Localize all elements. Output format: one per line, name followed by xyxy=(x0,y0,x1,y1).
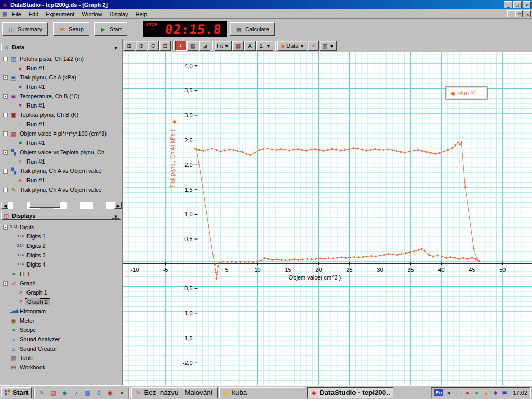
menu-experiment[interactable]: Experiment xyxy=(42,10,78,18)
maximize-button[interactable]: □ xyxy=(513,1,522,8)
expand-toggle[interactable]: - xyxy=(3,94,8,99)
slope-tool-button[interactable]: ◢ xyxy=(199,41,210,51)
tray-yellow-icon[interactable]: ▲ xyxy=(482,390,490,396)
display-item-graph-1[interactable]: ↗Graph 1 xyxy=(1,288,122,297)
statistics-menu-button[interactable]: Σ ▾ xyxy=(256,41,273,51)
displays-panel-dropdown-button[interactable]: ▾ xyxy=(112,212,119,219)
ie-button[interactable]: e xyxy=(94,388,104,398)
expand-toggle[interactable]: - xyxy=(3,131,8,136)
display-item-digits-3[interactable]: 3.14Digits 3 xyxy=(1,250,122,260)
calculator-tool-button[interactable]: ▦ xyxy=(232,41,244,51)
child-minimize-button[interactable]: _ xyxy=(507,10,514,17)
display-item-histogram[interactable]: ▂▅▇Histogram xyxy=(1,307,122,316)
menu-edit[interactable]: Edit xyxy=(25,10,42,18)
ql-sound-button[interactable]: ♪ xyxy=(71,388,81,398)
ql-red-button[interactable]: ◉ xyxy=(105,388,115,398)
run-item[interactable]: +Run #1 xyxy=(1,119,122,129)
child-close-button[interactable]: × xyxy=(524,10,531,17)
data-item-tlak-plynu-ch-a-vs-objem-valce[interactable]: -✎Tlak plynu, Ch A vs Objem valce xyxy=(1,185,122,194)
data-menu-button[interactable]: ◆ Data ▾ xyxy=(277,41,307,51)
start-menu-button[interactable]: Start xyxy=(1,387,32,398)
setup-button[interactable]: ▤ Setup xyxy=(53,22,89,36)
data-item-poloha-pistu-ch-1-2-m[interactable]: -▥Poloha pistu, Ch 1&2 (m) xyxy=(1,54,122,63)
tray-blue-icon[interactable]: ▣ xyxy=(500,389,509,396)
ql-doc-button[interactable]: ▤ xyxy=(48,388,58,398)
run-item[interactable]: ▲Run #1 xyxy=(1,63,122,73)
menu-help[interactable]: Help xyxy=(132,10,151,18)
summary-button[interactable]: ◫ Summary xyxy=(2,22,48,36)
child-window-icon[interactable]: ▦ xyxy=(1,10,8,18)
scroll-right-button[interactable]: ► xyxy=(114,202,122,209)
grid-tool-button[interactable]: ▦ xyxy=(187,41,198,51)
start-recording-button[interactable]: ▶ Start xyxy=(94,22,127,36)
display-item-graph-2[interactable]: ↗Graph 2 xyxy=(1,297,122,307)
task-button-bez-n-zvu-malov-n[interactable]: ✎Bez_názvu - Malování xyxy=(131,387,218,398)
speaker-icon[interactable]: ◄ xyxy=(444,390,453,396)
data-item-objem-valce-pi-r-r-y-100-cm-3[interactable]: -▦Objem valce = pi*r*r*y*100 (cm^3) xyxy=(1,129,122,138)
ql-media-button[interactable]: ◆ xyxy=(59,388,70,398)
run-item[interactable]: ■Run #1 xyxy=(1,138,122,148)
text-annotation-button[interactable]: A xyxy=(244,41,256,51)
menu-display[interactable]: Display xyxy=(105,10,131,18)
displays-panel-header[interactable]: ◫ Displays ▾ xyxy=(1,211,121,220)
expand-toggle[interactable]: - xyxy=(3,113,8,117)
task-button-datastudio-tepl200[interactable]: ◈DataStudio - tepl200... xyxy=(307,387,393,398)
menu-window[interactable]: Window xyxy=(78,10,105,18)
display-item-digits-2[interactable]: 3.14Digits 2 xyxy=(1,241,122,250)
ql-notes-button[interactable]: ✎ xyxy=(36,388,47,398)
data-panel-dropdown-button[interactable]: ▾ xyxy=(112,44,119,50)
smart-tool-button[interactable]: + xyxy=(175,41,187,51)
ql-grid-button[interactable]: ▦ xyxy=(82,388,92,398)
data-item-tlak-plynu-ch-a-kpa[interactable]: -▣Tlak plynu, Ch A (kPa) xyxy=(1,73,122,82)
expand-toggle[interactable]: - xyxy=(3,75,8,80)
ql-cup-button[interactable]: ● xyxy=(116,388,127,398)
child-restore-button[interactable]: □ xyxy=(515,10,523,17)
tray-purple-icon[interactable]: ◆ xyxy=(491,389,499,396)
display-item-fft[interactable]: ≈FFT xyxy=(1,269,122,278)
run-item[interactable]: ▼Run #1 xyxy=(1,101,122,110)
expand-toggle[interactable]: - xyxy=(3,150,8,155)
expand-toggle[interactable]: - xyxy=(3,169,8,174)
data-panel-hscrollbar[interactable]: ◄ ► xyxy=(1,202,122,209)
expand-toggle[interactable]: - xyxy=(3,57,8,61)
display-item-workbook[interactable]: ▤Workbook xyxy=(1,363,122,372)
run-item[interactable]: ×Run #1 xyxy=(1,157,122,166)
scrollbar-thumb[interactable] xyxy=(29,202,60,208)
data-panel-header[interactable]: ⊙ Data ▾ xyxy=(1,43,121,51)
chart-area[interactable]: -10-551015202530354045504,03,53,02,52,01… xyxy=(123,52,532,385)
remove-data-button[interactable]: × xyxy=(308,41,319,51)
run-item[interactable]: ◆Run #1 xyxy=(1,176,122,185)
task-button-kuba[interactable]: ▆kuba xyxy=(219,387,305,398)
display-item-digits[interactable]: -3.14Digits xyxy=(1,222,122,232)
calculate-button[interactable]: ▦ Calculate xyxy=(230,22,275,36)
graph-settings-button[interactable]: ▥ ▾ xyxy=(320,41,337,51)
data-item-objem-valce-vs-teplota-plynu-ch[interactable]: -▚Objem valce vs Teplota plynu, Ch xyxy=(1,148,122,157)
tray-green-icon[interactable]: ● xyxy=(472,390,481,396)
display-item-table[interactable]: ▦Table xyxy=(1,353,122,363)
expand-toggle[interactable]: - xyxy=(3,281,8,286)
scroll-left-button[interactable]: ◄ xyxy=(1,202,8,209)
zoom-select-button[interactable]: ⊡ xyxy=(159,41,171,51)
data-item-tlak-plynu-ch-a-vs-objem-valce[interactable]: -▚Tlak plynu, Ch A vs Objem valce xyxy=(1,166,122,176)
zoom-in-button[interactable]: ⊕ xyxy=(136,41,147,51)
scrollbar-track[interactable] xyxy=(8,202,114,209)
tray-red-icon[interactable]: ● xyxy=(463,390,471,396)
tray-display-icon[interactable]: ▢ xyxy=(454,389,462,396)
scale-to-fit-button[interactable]: ⊞ xyxy=(124,41,135,51)
zoom-out-button[interactable]: ⊖ xyxy=(148,41,159,51)
display-item-digits-1[interactable]: 3.14Digits 1 xyxy=(1,232,122,241)
expand-toggle[interactable]: - xyxy=(3,225,8,230)
menu-file[interactable]: File xyxy=(8,10,25,18)
expand-toggle[interactable]: - xyxy=(3,188,8,192)
display-item-scope[interactable]: ≈Scope xyxy=(1,325,122,335)
display-item-digits-4[interactable]: 3.14Digits 4 xyxy=(1,260,122,269)
display-item-graph[interactable]: -↗Graph xyxy=(1,278,122,288)
display-item-sound-analyzer[interactable]: ♪Sound Analyzer xyxy=(1,335,122,344)
minimize-button[interactable]: _ xyxy=(504,1,512,8)
data-item-teplota-plynu-ch-b-k[interactable]: -▣Teplota plynu, Ch B (K) xyxy=(1,110,122,119)
language-indicator[interactable]: En xyxy=(434,389,443,396)
data-item-temperature-ch-b-c[interactable]: -▣Temperature, Ch B (°C) xyxy=(1,91,122,101)
close-button[interactable]: × xyxy=(523,1,531,8)
display-item-meter[interactable]: ◉Meter xyxy=(1,316,122,325)
fit-menu-button[interactable]: Fit ▾ xyxy=(215,41,232,51)
